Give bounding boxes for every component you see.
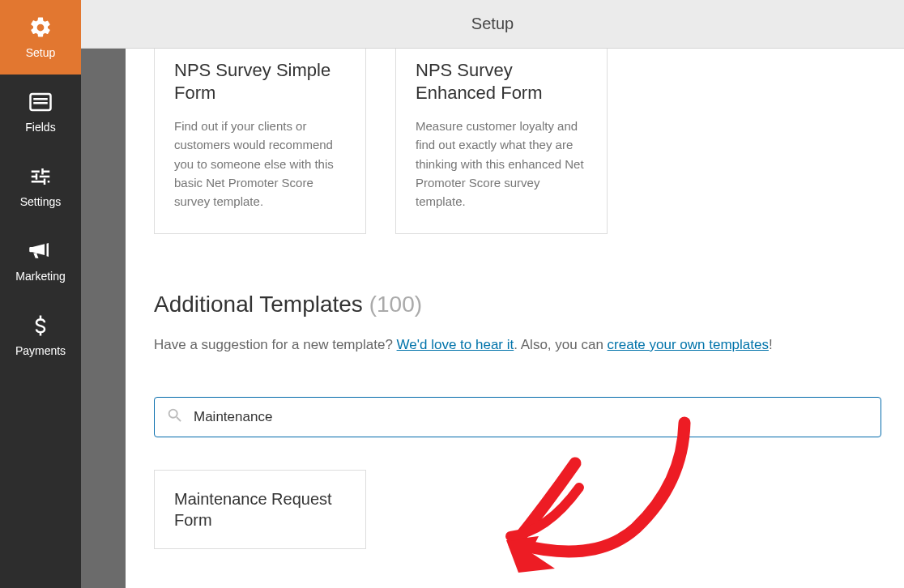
card-desc: Find out if your clients or customers wo… bbox=[174, 117, 346, 211]
sidebar: Setup Fields Settings Marketing Payments bbox=[0, 0, 81, 588]
helper-prefix: Have a suggestion for a new template? bbox=[154, 337, 397, 352]
sidebar-label-settings: Settings bbox=[20, 195, 62, 208]
sliders-icon bbox=[28, 164, 53, 189]
sidebar-label-setup: Setup bbox=[26, 46, 56, 59]
main-content: NPS Survey Simple Form Find out if your … bbox=[126, 49, 904, 588]
card-title: NPS Survey Enhanced Form bbox=[416, 59, 587, 104]
template-cards-row: NPS Survey Simple Form Find out if your … bbox=[154, 49, 608, 234]
template-card-maintenance[interactable]: Maintenance Request Form bbox=[154, 470, 366, 549]
dollar-icon bbox=[28, 313, 53, 338]
suggestion-link[interactable]: We'd love to hear it bbox=[397, 337, 514, 352]
topbar: Setup bbox=[81, 0, 904, 49]
sidebar-item-marketing[interactable]: Marketing bbox=[0, 224, 81, 298]
gear-icon bbox=[28, 15, 53, 40]
card-desc: Measure customer loyalty and find out ex… bbox=[416, 117, 587, 211]
page-title: Setup bbox=[471, 15, 514, 33]
helper-mid: . Also, you can bbox=[514, 337, 607, 352]
sidebar-item-settings[interactable]: Settings bbox=[0, 149, 81, 224]
template-card-nps-enhanced[interactable]: NPS Survey Enhanced Form Measure custome… bbox=[395, 49, 608, 234]
helper-text: Have a suggestion for a new template? We… bbox=[154, 334, 881, 357]
bullhorn-icon bbox=[28, 239, 53, 263]
section-title-text: Additional Templates bbox=[154, 292, 363, 317]
card-title: NPS Survey Simple Form bbox=[174, 59, 346, 104]
sidebar-label-payments: Payments bbox=[15, 344, 66, 357]
sidebar-item-payments[interactable]: Payments bbox=[0, 298, 81, 373]
result-title: Maintenance Request Form bbox=[174, 488, 346, 530]
search-icon bbox=[166, 407, 184, 428]
sidebar-label-marketing: Marketing bbox=[15, 270, 65, 283]
sidebar-label-fields: Fields bbox=[25, 121, 55, 134]
search-input[interactable] bbox=[194, 409, 869, 425]
section-count: (100) bbox=[369, 292, 422, 317]
additional-templates-heading: Additional Templates (100) bbox=[154, 292, 422, 317]
list-icon bbox=[28, 90, 53, 114]
sidebar-item-fields[interactable]: Fields bbox=[0, 75, 81, 149]
template-search[interactable] bbox=[154, 397, 881, 437]
helper-suffix: ! bbox=[769, 337, 773, 352]
template-card-nps-simple[interactable]: NPS Survey Simple Form Find out if your … bbox=[154, 49, 366, 234]
create-template-link[interactable]: create your own templates bbox=[608, 337, 769, 352]
sidebar-item-setup[interactable]: Setup bbox=[0, 0, 81, 75]
